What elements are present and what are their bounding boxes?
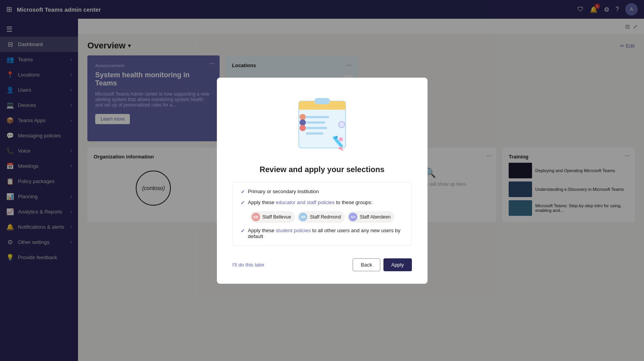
- checklist-item-2: ✓ Apply these educator and staff policie…: [241, 199, 404, 223]
- group-label-sr: Staff Redmond: [310, 214, 341, 220]
- group-avatar-sa: SA: [349, 213, 357, 221]
- group-avatar-sr: SR: [299, 213, 307, 221]
- group-label-sa: Staff Aberdeen: [360, 214, 390, 220]
- svg-rect-16: [314, 98, 330, 104]
- group-tag-sb: SB Staff Bellevue: [250, 211, 295, 223]
- group-tag-sr: SR Staff Redmond: [297, 211, 345, 223]
- checklist-item-3-text: Apply these student policies to all othe…: [248, 228, 404, 239]
- group-tag-sa: SA Staff Aberdeen: [347, 211, 394, 223]
- check-icon-3: ✓: [241, 228, 245, 234]
- group-label-sb: Staff Bellevue: [263, 214, 291, 220]
- svg-point-20: [339, 121, 345, 128]
- svg-point-13: [300, 114, 306, 120]
- modal-checklist: ✓ Primary or secondary institution ✓ App…: [232, 182, 412, 246]
- checklist-item-3: ✓ Apply these student policies to all ot…: [241, 228, 404, 239]
- check-icon-1: ✓: [241, 189, 245, 195]
- svg-rect-8: [299, 107, 346, 110]
- modal-illustration: [283, 93, 361, 156]
- check-icon-2: ✓: [241, 200, 245, 206]
- svg-point-15: [300, 125, 306, 131]
- svg-rect-11: [306, 127, 327, 129]
- svg-rect-9: [306, 116, 329, 118]
- svg-rect-12: [306, 132, 323, 135]
- checklist-item-1: ✓ Primary or secondary institution: [241, 189, 404, 195]
- apply-button[interactable]: Apply: [383, 258, 412, 271]
- illustration-svg: [283, 93, 361, 156]
- svg-point-21: [339, 137, 343, 141]
- checklist-item-2-text: Apply these educator and staff policies …: [248, 199, 373, 206]
- group-tags: SB Staff Bellevue SR Staff Redmond SA St…: [250, 211, 395, 223]
- modal-footer-buttons: Back Apply: [353, 258, 412, 271]
- modal-footer: I'll do this later Back Apply: [232, 258, 412, 271]
- do-later-button[interactable]: I'll do this later: [232, 262, 265, 268]
- educator-staff-policies-link[interactable]: educator and staff policies: [276, 199, 335, 205]
- svg-point-14: [300, 119, 306, 126]
- group-avatar-sb: SB: [252, 213, 260, 221]
- svg-rect-10: [306, 121, 325, 124]
- back-button[interactable]: Back: [353, 258, 380, 271]
- modal: Review and apply your selections ✓ Prima…: [217, 78, 428, 284]
- modal-title: Review and apply your selections: [259, 165, 384, 174]
- checklist-item-1-text: Primary or secondary institution: [248, 189, 319, 194]
- student-policies-link[interactable]: student policies: [276, 228, 311, 233]
